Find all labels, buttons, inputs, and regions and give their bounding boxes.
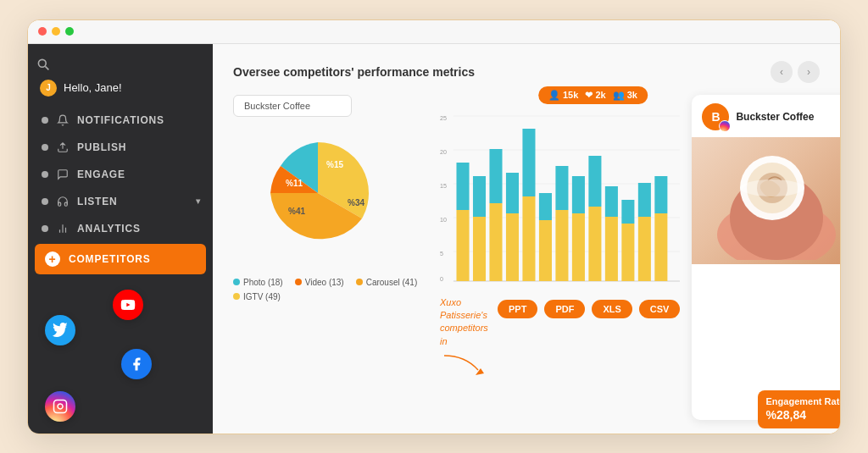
twitter-icon[interactable] <box>45 315 75 345</box>
svg-rect-24 <box>456 163 469 210</box>
youtube-icon[interactable] <box>113 290 143 320</box>
engagement-value: %28,84 <box>766 407 840 423</box>
svg-text:10: 10 <box>440 215 447 224</box>
coffee-image <box>709 141 840 260</box>
nav-arrows: ‹ › <box>771 61 820 83</box>
svg-rect-5 <box>54 400 67 412</box>
nav-label: COMPETITORS <box>69 253 151 265</box>
prev-arrow[interactable]: ‹ <box>771 61 793 83</box>
legend-dot-video <box>295 279 302 285</box>
svg-text:25: 25 <box>440 113 447 122</box>
dropdown-arrow: ▾ <box>196 196 201 206</box>
export-note: Xuxo Patisserie's competitors in <box>440 296 491 378</box>
svg-rect-40 <box>588 156 601 207</box>
right-panel: B Buckster Coffee <box>692 95 840 420</box>
main-header: Oversee competitors' performance metrics… <box>233 61 820 83</box>
brand-image <box>692 137 840 264</box>
listen-icon <box>57 196 69 207</box>
svg-text:15: 15 <box>440 181 447 190</box>
svg-rect-44 <box>621 200 634 224</box>
engage-icon <box>57 168 69 180</box>
export-buttons: PPT PDF XLS CSV <box>498 300 680 318</box>
svg-rect-45 <box>638 217 651 281</box>
close-dot[interactable] <box>38 27 47 36</box>
search-icon[interactable] <box>36 58 50 71</box>
facebook-icon[interactable] <box>121 349 152 379</box>
svg-rect-25 <box>473 217 486 281</box>
nav-dot <box>42 171 48 178</box>
sidebar-item-competitors[interactable]: + COMPETITORS <box>35 244 206 274</box>
engagement-label: Engagement Rate <box>766 395 840 407</box>
app-body: J Hello, Jane! NOTIFICATIONS PU <box>28 44 840 434</box>
legend-photo: Photo (18) <box>233 278 283 287</box>
page-title: Oversee competitors' performance metrics <box>233 65 475 79</box>
nav-dot <box>42 144 48 151</box>
pie-chart: %15 %11 %41 %34 <box>233 125 403 261</box>
browser-window: J Hello, Jane! NOTIFICATIONS PU <box>27 19 841 434</box>
sidebar: J Hello, Jane! NOTIFICATIONS PU <box>28 44 213 434</box>
brand-card-header: B Buckster Coffee <box>692 95 840 137</box>
stats-bubble: 👤 15k ❤ 2k 👥 3k <box>538 86 648 104</box>
export-ppt-button[interactable]: PPT <box>498 300 537 318</box>
minimize-dot[interactable] <box>52 27 60 36</box>
svg-point-55 <box>740 180 804 196</box>
svg-rect-27 <box>489 203 502 281</box>
svg-point-0 <box>38 59 46 67</box>
brand-initial: B <box>711 110 720 124</box>
bar-chart-svg: 25 20 15 10 5 0 <box>440 112 680 290</box>
pie-legend: Photo (18) Video (13) Carousel (41) <box>233 278 428 301</box>
nav-dot <box>42 198 48 205</box>
svg-text:%11: %11 <box>286 179 303 188</box>
svg-text:%34: %34 <box>348 198 364 207</box>
sidebar-item-notifications[interactable]: NOTIFICATIONS <box>28 107 213 134</box>
sidebar-item-listen[interactable]: LISTEN ▾ <box>28 188 213 215</box>
svg-rect-34 <box>539 193 552 220</box>
svg-rect-29 <box>506 213 519 281</box>
svg-line-1 <box>45 66 48 69</box>
plus-icon: + <box>45 251 60 267</box>
instagram-icon[interactable] <box>45 391 75 422</box>
brand-instagram-badge <box>719 120 731 132</box>
svg-rect-31 <box>522 196 535 281</box>
svg-rect-32 <box>522 129 535 196</box>
user-greeting: J Hello, Jane! <box>28 78 213 98</box>
brand-name: Buckster Coffee <box>736 111 814 123</box>
main-content: Oversee competitors' performance metrics… <box>213 44 840 434</box>
sidebar-item-publish[interactable]: PUBLISH <box>28 134 213 161</box>
export-pdf-button[interactable]: PDF <box>544 300 585 318</box>
svg-text:%41: %41 <box>288 207 305 216</box>
competitor-label: Buckster Coffee <box>233 95 352 117</box>
publish-icon <box>57 141 69 153</box>
svg-rect-48 <box>654 176 667 213</box>
legend-dot-igtv <box>233 293 240 300</box>
svg-rect-39 <box>588 207 601 281</box>
nav-dot <box>42 117 48 124</box>
sidebar-item-engage[interactable]: ENGAGE <box>28 161 213 188</box>
svg-rect-37 <box>572 213 585 281</box>
svg-rect-43 <box>621 224 634 281</box>
sidebar-menu: NOTIFICATIONS PUBLISH ENGAGE <box>28 107 213 281</box>
bar-chart-wrapper: 25 20 15 10 5 0 <box>440 112 680 293</box>
export-csv-button[interactable]: CSV <box>639 300 681 318</box>
maximize-dot[interactable] <box>65 27 74 36</box>
svg-rect-28 <box>489 149 502 203</box>
middle-panel: 👤 15k ❤ 2k 👥 3k 25 20 15 10 5 0 <box>440 95 680 420</box>
export-xls-button[interactable]: XLS <box>592 300 632 318</box>
next-arrow[interactable]: › <box>798 61 820 83</box>
users-stat: 👥 3k <box>613 90 637 101</box>
legend-label-video: Video (13) <box>305 278 344 287</box>
svg-rect-47 <box>654 213 667 281</box>
legend-dot-carousel <box>356 279 363 285</box>
sidebar-item-analytics[interactable]: ANALYTICS <box>28 215 213 242</box>
svg-rect-26 <box>473 176 486 217</box>
svg-rect-42 <box>605 186 618 217</box>
nav-label: ANALYTICS <box>77 223 141 235</box>
legend-video: Video (13) <box>295 278 344 287</box>
svg-text:5: 5 <box>440 249 443 257</box>
brand-logo: B <box>702 103 729 130</box>
nav-label: PUBLISH <box>77 141 126 153</box>
nav-label: NOTIFICATIONS <box>77 114 164 126</box>
legend-label-carousel: Carousel (41) <box>366 278 418 287</box>
followers-stat: 👤 15k <box>548 90 578 101</box>
nav-label: LISTEN <box>77 196 117 207</box>
